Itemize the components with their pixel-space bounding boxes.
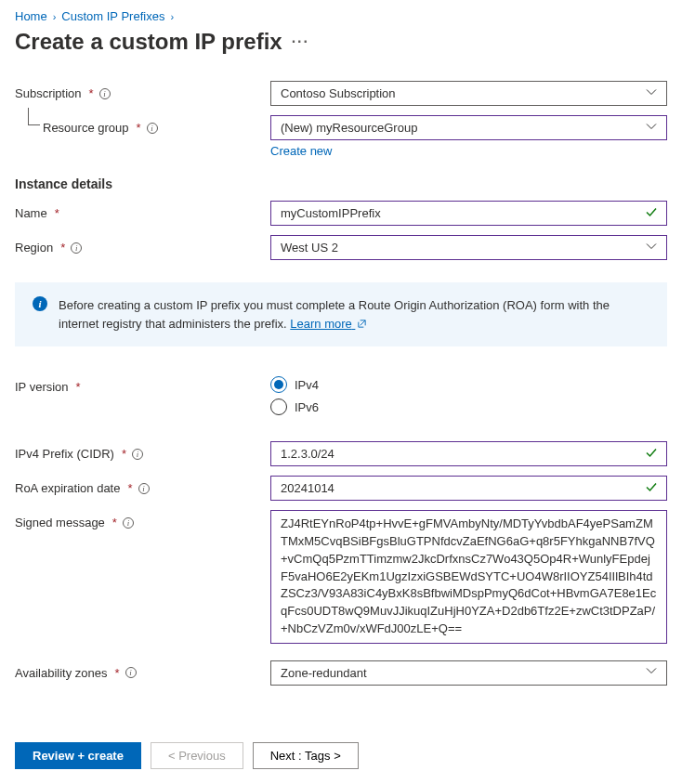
review-create-button[interactable]: Review + create [15,742,141,769]
required-indicator: * [122,447,126,461]
ipv6-radio[interactable]: IPv6 [270,399,667,415]
chevron-down-icon [646,121,657,135]
required-indicator: * [112,516,117,529]
info-icon[interactable]: i [138,483,150,494]
subscription-label: Subscription [15,86,82,100]
info-icon[interactable]: i [132,449,143,460]
instance-details-heading: Instance details [15,176,667,191]
availability-zones-label: Availability zones [15,666,107,680]
resource-group-select[interactable]: (New) myResourceGroup [270,115,667,140]
subscription-select[interactable]: Contoso Subscription [270,81,667,106]
breadcrumb-home[interactable]: Home [15,9,47,23]
info-banner: i Before creating a custom IP prefix you… [15,282,667,346]
radio-checked-icon [270,376,287,393]
required-indicator: * [55,206,59,220]
chevron-down-icon [646,86,657,100]
name-label: Name [15,206,47,220]
external-link-icon [355,317,367,331]
chevron-down-icon [646,241,657,255]
info-icon[interactable]: i [147,123,158,134]
roa-exp-label: RoA expiration date [15,481,120,495]
chevron-right-icon: › [170,11,174,22]
info-icon: i [33,296,47,311]
check-icon [645,446,658,462]
required-indicator: * [89,86,94,100]
create-new-link[interactable]: Create new [270,144,332,158]
radio-unchecked-icon [270,399,287,415]
info-icon[interactable]: i [123,517,134,529]
more-actions-icon[interactable]: ··· [292,33,309,50]
wizard-footer: Review + create < Previous Next : Tags > [15,731,667,769]
ipv4-prefix-input[interactable] [270,441,667,466]
signed-message-textarea[interactable]: ZJ4RtEYnRoP4tp+HvvE+gFMVAmbyNty/MDTyYvbd… [270,510,667,644]
resource-group-value: (New) myResourceGroup [281,121,417,135]
info-icon[interactable]: i [99,88,111,99]
subscription-value: Contoso Subscription [281,86,396,100]
region-select[interactable]: West US 2 [270,235,667,260]
ipv4-prefix-label: IPv4 Prefix (CIDR) [15,447,114,461]
info-icon[interactable]: i [71,242,82,254]
breadcrumb-prefixes[interactable]: Custom IP Prefixes [61,9,164,23]
ipv4-label: IPv4 [295,378,319,392]
info-icon[interactable]: i [125,667,137,678]
required-indicator: * [76,380,81,394]
roa-exp-input[interactable] [270,476,667,501]
page-title: Create a custom IP prefix ··· [15,29,667,55]
signed-message-label: Signed message [15,516,105,529]
chevron-right-icon: › [53,11,57,22]
ipv6-label: IPv6 [295,400,319,414]
resource-group-label: Resource group [43,121,129,135]
ipv4-radio[interactable]: IPv4 [270,376,667,393]
name-input[interactable] [270,201,667,226]
ip-version-label: IP version [15,380,69,394]
region-label: Region [15,241,53,255]
next-button[interactable]: Next : Tags > [253,742,359,769]
required-indicator: * [60,241,65,255]
check-icon [645,205,658,221]
learn-more-link[interactable]: Learn more [290,317,367,331]
breadcrumb: Home › Custom IP Prefixes › [15,9,667,23]
region-value: West US 2 [281,241,338,255]
required-indicator: * [127,481,132,495]
required-indicator: * [114,666,119,680]
chevron-down-icon [646,666,657,680]
check-icon [645,480,658,496]
required-indicator: * [137,121,141,135]
availability-zones-value: Zone-redundant [281,666,367,680]
previous-button: < Previous [151,742,243,769]
availability-zones-select[interactable]: Zone-redundant [270,660,667,686]
